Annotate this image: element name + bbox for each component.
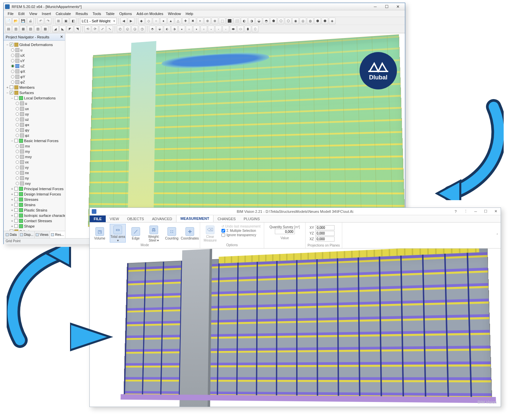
menu-results[interactable]: Results [74, 11, 90, 16]
toolbar-icon[interactable]: 🖨 [27, 18, 34, 24]
tree-stresses[interactable]: Stresses [24, 197, 38, 201]
menu-view[interactable]: View [27, 11, 39, 16]
toolbar-icon[interactable]: ◤ [67, 26, 73, 32]
bim-titlebar[interactable]: BIM Vision 2.21 - D:\TeklaStructuresMode… [90, 208, 501, 215]
toolbar-icon[interactable]: ◢ [52, 26, 59, 32]
toolbar-icon[interactable]: ▨ [34, 26, 41, 32]
tree-plastic-strains[interactable]: Plastic Strains [24, 208, 47, 212]
toolbar-icon[interactable]: ⤢ [99, 26, 106, 32]
tree-surfaces[interactable]: Surfaces [19, 91, 34, 95]
proj-xz-input[interactable] [315, 237, 335, 242]
bim-help-button[interactable]: ? [451, 208, 461, 215]
tree-contact-stresses[interactable]: Contact Stresses [24, 219, 52, 223]
toolbar-icon[interactable]: ⬙ [156, 26, 163, 32]
toolbar-icon[interactable]: ◆ [138, 18, 145, 24]
toolbar-icon[interactable]: ⬣ [322, 18, 328, 24]
loadcase-combo[interactable]: LC1 - Self Weight [80, 18, 117, 24]
tree-members[interactable]: Members [19, 85, 35, 89]
menu-addon[interactable]: Add-on Modules [134, 11, 165, 16]
tree-vx[interactable]: vx [25, 160, 29, 164]
navigator-close-icon[interactable]: ✕ [60, 35, 63, 39]
nav-tab-results[interactable]: Res... [50, 231, 65, 238]
toolbar-icon[interactable]: ⌖ [197, 18, 203, 24]
bim-ribbon-tabs[interactable]: FILE VIEW OBJECTS ADVANCED MEASUREMENT C… [90, 215, 501, 223]
tree-principal-if[interactable]: Principal Internal Forces [24, 187, 64, 191]
tree-lphiz[interactable]: φz [25, 133, 29, 137]
proj-xy-input[interactable] [315, 225, 335, 230]
mode-coordinates-button[interactable]: ✛Coordinates [182, 224, 198, 243]
tree-strains[interactable]: Strains [24, 203, 35, 207]
menu-window[interactable]: Window [166, 11, 183, 16]
menu-insert[interactable]: Insert [40, 11, 53, 16]
tree-lu[interactable]: u [25, 101, 27, 105]
tree-phix[interactable]: φX [20, 69, 25, 73]
tree-u[interactable]: u [20, 48, 22, 52]
tree-mx[interactable]: mx [25, 144, 30, 148]
toolbar-icon[interactable]: ⬖ [164, 26, 170, 32]
navigator-title[interactable]: Project Navigator - Results ✕ [4, 33, 65, 41]
tree-uy[interactable]: uY [20, 59, 25, 63]
toolbar-icon[interactable]: ⬜ [233, 18, 240, 24]
toolbar-icon[interactable]: ↷ [45, 18, 51, 24]
toolbar-icon[interactable]: ⊗ [211, 18, 218, 24]
toolbar-icon[interactable]: ⬫ [222, 26, 229, 32]
toolbar-icon[interactable]: ⬢ [314, 18, 321, 24]
menu-options[interactable]: Options [117, 11, 134, 16]
toolbar-icon[interactable]: ⬟ [270, 18, 277, 24]
toolbar-icon[interactable]: ⊞ [55, 18, 62, 24]
toolbar-icon[interactable]: ✚ [182, 18, 189, 24]
toolbar-icon[interactable]: ◒ [255, 18, 262, 24]
tree-nx[interactable]: nx [25, 171, 29, 175]
navigator-tabs[interactable]: Data Disp... Views Res... [4, 231, 65, 238]
tree-basic-internal-forces[interactable]: Basic Internal Forces [24, 139, 58, 143]
bim-minimize-button[interactable]: ─ [471, 208, 481, 215]
toolbar-icon[interactable]: ⬩ [208, 26, 214, 32]
toolbar-icon[interactable]: ⬠ [278, 18, 284, 24]
tree-my[interactable]: my [25, 149, 30, 153]
toolbar-icon[interactable]: ↶ [37, 18, 44, 24]
mode-total-area-button[interactable]: ▭Total area ▾ [110, 224, 126, 243]
toolbar-icon[interactable]: ◷ [139, 26, 145, 32]
tree-ny[interactable]: ny [25, 176, 29, 180]
quantity-survey-input[interactable] [275, 229, 295, 234]
tree-mxy[interactable]: mxy [25, 155, 32, 159]
toolbar-icon[interactable]: ◧ [70, 18, 76, 24]
tab-view[interactable]: VIEW [106, 216, 123, 222]
toolbar-icon[interactable]: ◇ [145, 18, 152, 24]
toolbar-icon[interactable]: ⬡ [285, 18, 292, 24]
toolbar-icon[interactable]: ◐ [241, 18, 247, 24]
rfem-titlebar[interactable]: RFEM 5.20.02 x64 - [MunichAppartments*] … [4, 3, 405, 10]
toolbar-icon[interactable]: ▧ [27, 26, 34, 32]
toolbar-icon[interactable]: ◣ [59, 26, 66, 32]
toolbar-icon[interactable]: ◉ [292, 18, 299, 24]
bim-maximize-button[interactable]: ☐ [481, 208, 491, 215]
bim-more-button[interactable]: ⋮ [461, 208, 471, 215]
menu-edit[interactable]: Edit [16, 11, 27, 16]
proj-yz-input[interactable] [315, 231, 335, 236]
mode-weight-button[interactable]: ⚖Weight: Steel ▾ [146, 224, 162, 243]
rfem-menubar[interactable]: File Edit View Insert Calculate Results … [4, 10, 405, 17]
tree-luz[interactable]: uz [25, 117, 29, 121]
toolbar-icon[interactable]: ⬚ [219, 18, 225, 24]
ignore-transparency-checkbox[interactable]: Ignore transparency [221, 233, 261, 237]
toolbar-icon[interactable]: ⟳ [92, 26, 98, 32]
tab-measurement[interactable]: MEASUREMENT [176, 215, 213, 222]
toolbar-icon[interactable]: ▲ [167, 18, 174, 24]
toolbar-icon[interactable]: ▦ [20, 26, 26, 32]
toolbar-icon[interactable]: ◎ [300, 18, 306, 24]
undo-last-measure[interactable]: ↺ Undo last measurement [221, 225, 261, 228]
tree-lux[interactable]: ux [25, 107, 29, 111]
menu-file[interactable]: File [6, 11, 16, 16]
clear-measure-button[interactable]: ⌫Clear Measure [202, 224, 218, 243]
tree-local-deformations[interactable]: Local Deformations [24, 96, 56, 100]
toolbar-icon[interactable]: ◈ [329, 18, 336, 24]
rfem-close-button[interactable]: ✕ [392, 3, 404, 10]
toolbar-icon[interactable]: ⬥ [178, 26, 185, 32]
tree-vy[interactable]: vy [25, 165, 29, 169]
toolbar-icon[interactable]: ⬧ [193, 26, 200, 32]
tree-lphiy[interactable]: φy [25, 128, 29, 132]
toolbar-icon[interactable]: ▤ [5, 26, 12, 32]
mode-edge-button[interactable]: ／Edge [128, 224, 144, 243]
tree-lphix[interactable]: φx [25, 123, 29, 127]
toolbar-icon[interactable]: ⬗ [171, 26, 178, 32]
